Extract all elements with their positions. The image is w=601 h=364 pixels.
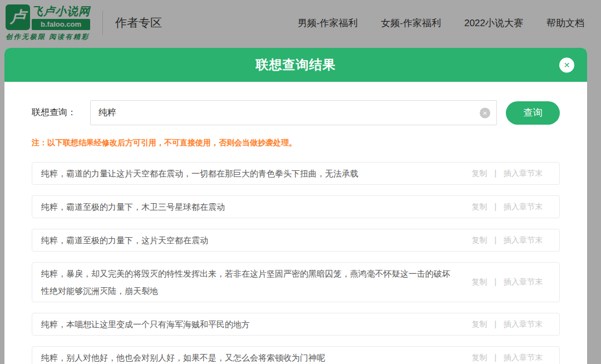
result-text: 纯粹，霸道的力量让这片天空都在震动，一切都在那巨大的青色拳头下扭曲，无法承载 (32, 163, 465, 184)
insert-chapter-end-button[interactable]: 插入章节末 (504, 169, 543, 178)
result-actions: 复制 | 插入章节末 (465, 202, 559, 212)
result-row: 纯粹，暴戾，却又完美的将毁灭的特性发挥出来，若非在这片坚固严密的黑暗囚笼，燕鸿毫… (32, 262, 560, 302)
search-label: 联想查询： (32, 107, 76, 119)
plagiarism-notice: 注：以下联想结果经修改后方可引用，不可直接使用，否则会当做抄袭处理。 (32, 138, 560, 148)
result-actions: 复制 | 插入章节末 (465, 353, 559, 363)
modal-title: 联想查询结果 (256, 56, 336, 73)
result-text: 纯粹，霸道至极的力量下，这片天空都在震动 (32, 229, 465, 251)
association-query-modal: 联想查询结果 ✕ 联想查询： ✕ 查询 注：以下联想结果经修改后方可引用，不可直… (4, 48, 587, 364)
action-separator: | (494, 319, 496, 328)
insert-chapter-end-button[interactable]: 插入章节末 (504, 353, 543, 362)
action-separator: | (494, 235, 496, 244)
insert-chapter-end-button[interactable]: 插入章节末 (504, 202, 543, 211)
close-icon[interactable]: ✕ (559, 57, 574, 72)
result-row: 纯粹，霸道至极的力量下，木卫三号星球都在震动 复制 | 插入章节末 (32, 195, 560, 218)
result-row: 纯粹，本喵想让这里变成一个只有海军海贼和平民的地方 复制 | 插入章节末 (32, 313, 560, 336)
result-text: 纯粹，暴戾，却又完美的将毁灭的特性发挥出来，若非在这片坚固严密的黑暗囚笼，燕鸿毫… (32, 263, 465, 302)
copy-button[interactable]: 复制 (472, 235, 487, 244)
action-separator: | (494, 169, 496, 178)
result-text: 纯粹，本喵想让这里变成一个只有海军海贼和平民的地方 (32, 313, 465, 335)
modal-header: 联想查询结果 ✕ (4, 48, 587, 82)
search-input[interactable] (90, 100, 497, 125)
copy-button[interactable]: 复制 (472, 353, 487, 362)
copy-button[interactable]: 复制 (472, 277, 487, 286)
query-button[interactable]: 查询 (506, 101, 560, 125)
copy-button[interactable]: 复制 (472, 319, 487, 328)
result-actions: 复制 | 插入章节末 (465, 235, 559, 245)
result-text: 纯粹，别人对他好，他也会对别人好，如果不是，又怎么会将索顿收为门神呢 (32, 347, 465, 364)
clear-input-icon[interactable]: ✕ (480, 107, 490, 118)
result-actions: 复制 | 插入章节末 (465, 277, 559, 287)
search-input-wrap: ✕ (90, 100, 497, 125)
insert-chapter-end-button[interactable]: 插入章节末 (504, 277, 543, 286)
result-row: 纯粹，霸道至极的力量下，这片天空都在震动 复制 | 插入章节末 (32, 229, 560, 252)
copy-button[interactable]: 复制 (472, 169, 487, 178)
result-actions: 复制 | 插入章节末 (465, 319, 559, 329)
result-actions: 复制 | 插入章节末 (465, 169, 559, 179)
result-row: 纯粹，别人对他好，他也会对别人好，如果不是，又怎么会将索顿收为门神呢 复制 | … (32, 346, 560, 364)
action-separator: | (494, 277, 496, 286)
insert-chapter-end-button[interactable]: 插入章节末 (504, 235, 543, 244)
results-list: 纯粹，霸道的力量让这片天空都在震动，一切都在那巨大的青色拳头下扭曲，无法承载 复… (32, 162, 560, 364)
modal-body: 联想查询： ✕ 查询 注：以下联想结果经修改后方可引用，不可直接使用，否则会当做… (4, 82, 587, 364)
search-row: 联想查询： ✕ 查询 (32, 100, 560, 125)
action-separator: | (494, 353, 496, 362)
action-separator: | (494, 202, 496, 211)
insert-chapter-end-button[interactable]: 插入章节末 (504, 319, 543, 328)
result-text: 纯粹，霸道至极的力量下，木卫三号星球都在震动 (32, 196, 465, 218)
result-row: 纯粹，霸道的力量让这片天空都在震动，一切都在那巨大的青色拳头下扭曲，无法承载 复… (32, 162, 560, 185)
copy-button[interactable]: 复制 (472, 202, 487, 211)
